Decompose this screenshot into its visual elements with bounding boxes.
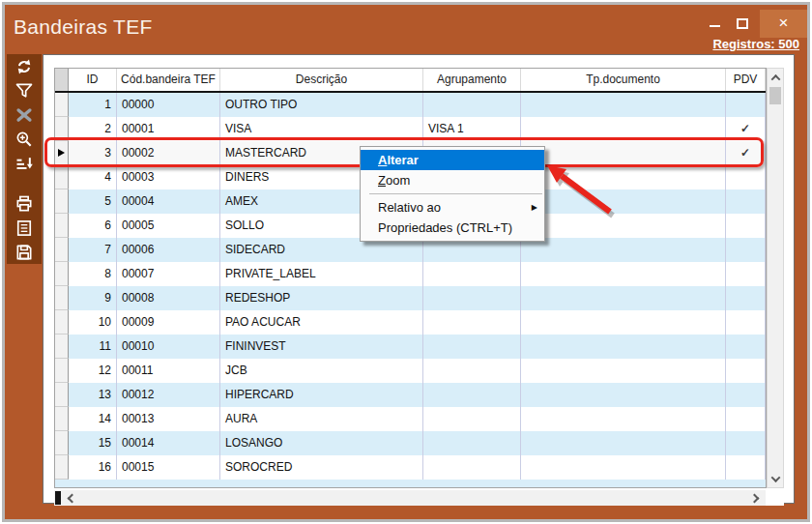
- minimize-button[interactable]: [705, 13, 726, 34]
- cell-descricao: FININVEST: [220, 335, 423, 359]
- row-selector-cell[interactable]: [55, 359, 69, 383]
- cell-agrupamento: [423, 335, 521, 359]
- vertical-scroll-thumb[interactable]: [769, 87, 781, 104]
- cell-descricao: REDESHOP: [220, 286, 423, 310]
- table-row[interactable]: 800007PRIVATE_LABEL: [55, 262, 766, 286]
- vertical-scrollbar[interactable]: [767, 68, 784, 488]
- cell-agrupamento: [423, 455, 521, 480]
- menu-item-zoom[interactable]: Zoom: [361, 170, 544, 190]
- close-button[interactable]: ×: [760, 10, 807, 38]
- zoom-button[interactable]: [7, 127, 42, 151]
- row-selector-cell[interactable]: [55, 117, 69, 141]
- table-row[interactable]: 1300012HIPERCARD: [55, 383, 766, 407]
- app-window: Bandeiras TEF × Registros: 500 IDCód.ban…: [2, 2, 810, 522]
- column-header-id[interactable]: ID: [69, 69, 117, 91]
- save-button[interactable]: [7, 240, 42, 264]
- cell-id: 6: [69, 214, 117, 238]
- cell-pdv: ✓: [726, 141, 766, 165]
- row-selector-cell[interactable]: [55, 407, 69, 431]
- row-selector-cell[interactable]: [55, 93, 69, 117]
- cell-agrupamento: [423, 407, 521, 431]
- sort-icon: [14, 154, 34, 173]
- print-button[interactable]: [7, 191, 42, 216]
- checkmark-icon: ✓: [740, 146, 750, 160]
- refresh-button[interactable]: [7, 54, 42, 78]
- scrollbar-corner: [766, 490, 784, 506]
- column-header-tp_documento[interactable]: Tp.documento: [521, 69, 726, 91]
- cell-agrupamento: [423, 359, 521, 383]
- column-header-agrupamento[interactable]: Agrupamento: [423, 69, 521, 91]
- refresh-icon: [14, 57, 34, 76]
- title-bar[interactable]: Bandeiras TEF × Registros: 500: [5, 5, 807, 54]
- table-row[interactable]: 900008REDESHOP: [55, 286, 766, 310]
- row-selector-cell[interactable]: [55, 383, 69, 407]
- horizontal-scrollbar[interactable]: [54, 490, 784, 506]
- partial-row: [55, 480, 766, 487]
- cell-descricao: VISA: [220, 117, 423, 141]
- table-row[interactable]: 100000OUTRO TIPO: [55, 93, 766, 117]
- checkmark-icon: ✓: [740, 122, 750, 135]
- table-row[interactable]: 1000009PAO ACUCAR: [55, 310, 766, 335]
- submenu-arrow-icon: ▶: [532, 197, 537, 218]
- cell-descricao: PAO ACUCAR: [220, 310, 423, 335]
- table-row[interactable]: 1400013AURA: [55, 407, 766, 431]
- cell-descricao: LOSANGO: [220, 431, 423, 455]
- cell-tp_documento: [521, 431, 726, 455]
- scroll-left-button[interactable]: [64, 490, 79, 506]
- cell-codigo: 00009: [117, 310, 220, 335]
- menu-separator: [369, 193, 542, 194]
- row-selector-cell[interactable]: [55, 431, 69, 455]
- cell-tp_documento: [521, 117, 726, 141]
- cell-agrupamento: [423, 310, 521, 335]
- scroll-right-button[interactable]: [746, 490, 762, 506]
- cell-codigo: 00015: [117, 455, 220, 480]
- cell-codigo: 00005: [117, 214, 220, 238]
- row-selector-cell[interactable]: [55, 455, 69, 480]
- menu-item-propriedades-ctrl-t[interactable]: Propriedades (CTRL+T): [361, 218, 544, 238]
- row-selector-cell[interactable]: [55, 262, 69, 286]
- cell-pdv: [726, 310, 766, 335]
- cell-id: 3: [69, 141, 117, 165]
- column-header-pdv[interactable]: PDV: [726, 69, 766, 91]
- cell-codigo: 00004: [117, 189, 220, 214]
- row-selector-cell[interactable]: [55, 238, 69, 262]
- cell-id: 10: [69, 310, 117, 335]
- maximize-icon: [737, 18, 748, 29]
- cell-codigo: 00014: [117, 431, 220, 455]
- table-row[interactable]: 1600015SOROCRED: [55, 455, 766, 480]
- scroll-down-button[interactable]: [768, 471, 783, 486]
- cell-id: 9: [69, 286, 117, 310]
- toolbar-gap: [7, 175, 42, 191]
- context-menu: AlterarZoomRelativo ao▶Propriedades (CTR…: [360, 146, 545, 242]
- column-header-codigo[interactable]: Cód.bandeira TEF: [117, 69, 220, 91]
- cell-tp_documento: [521, 238, 726, 262]
- clear-filter-button[interactable]: [7, 102, 42, 127]
- row-selector-cell[interactable]: [55, 141, 69, 165]
- row-selector-cell[interactable]: [55, 310, 69, 335]
- filter-button[interactable]: [7, 78, 42, 102]
- cell-id: 13: [69, 383, 117, 407]
- row-selector-cell[interactable]: [55, 286, 69, 310]
- maximize-button[interactable]: [732, 13, 753, 34]
- cell-descricao: SOROCRED: [220, 455, 423, 480]
- cell-descricao: OUTRO TIPO: [220, 93, 423, 117]
- table-row[interactable]: 1100010FININVEST: [55, 335, 766, 359]
- scroll-up-button[interactable]: [768, 70, 783, 85]
- menu-item-relativo-ao[interactable]: Relativo ao▶: [361, 197, 544, 218]
- menu-item-alterar[interactable]: Alterar: [361, 150, 544, 170]
- row-selector-cell[interactable]: [55, 335, 69, 359]
- row-selector-cell[interactable]: [55, 165, 69, 189]
- column-header-descricao[interactable]: Descrição: [220, 69, 423, 91]
- horizontal-scroll-thumb[interactable]: [55, 491, 61, 505]
- cell-pdv: [726, 286, 766, 310]
- row-selector-cell[interactable]: [55, 214, 69, 238]
- sort-button[interactable]: [7, 151, 42, 175]
- registros-link[interactable]: Registros: 500: [712, 37, 799, 51]
- table-row[interactable]: 1500014LOSANGO: [55, 431, 766, 455]
- cell-agrupamento: [423, 383, 521, 407]
- cell-tp_documento: [521, 93, 726, 117]
- report-button[interactable]: [7, 216, 42, 240]
- row-selector-cell[interactable]: [55, 189, 69, 214]
- table-row[interactable]: 200001VISAVISA 1✓: [55, 117, 766, 141]
- table-row[interactable]: 1200011JCB: [55, 359, 766, 383]
